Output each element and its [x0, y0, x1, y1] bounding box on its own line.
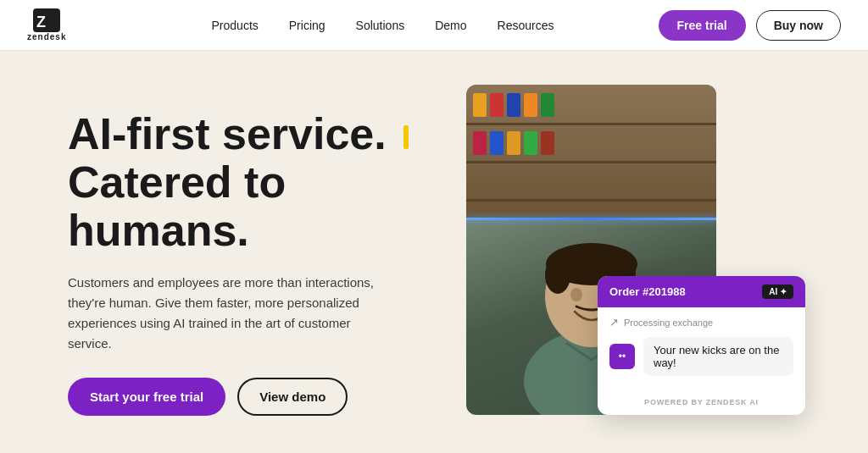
- chat-header: Order #201988 AI ✦: [598, 276, 805, 307]
- svg-point-7: [570, 288, 582, 301]
- hero-right: Order #201988 AI ✦ ↗ Processing exchange…: [441, 85, 805, 440]
- chat-body: ↗ Processing exchange •• Your new kicks …: [598, 307, 805, 393]
- headline-line1: AI-first service.: [68, 109, 387, 158]
- start-free-trial-button[interactable]: Start your free trial: [68, 378, 225, 416]
- logo-text: zendesk: [27, 32, 66, 41]
- svg-text:Z: Z: [36, 14, 46, 30]
- navbar: Z zendesk Products Pricing Solutions Dem…: [0, 0, 868, 51]
- view-demo-button[interactable]: View demo: [237, 378, 348, 416]
- nav-products[interactable]: Products: [212, 19, 259, 32]
- headline-line3: humans.: [68, 206, 249, 255]
- shelf-line-1: [466, 123, 716, 125]
- headline-line2: Catered to: [68, 157, 286, 207]
- hero-headline: AI-first service. Catered to humans.: [68, 110, 409, 256]
- processing-text: Processing exchange: [624, 318, 713, 328]
- chat-footer: POWERED BY ZENDESK AI: [598, 393, 805, 415]
- nav-pricing[interactable]: Pricing: [289, 19, 326, 32]
- avatar-dots: ••: [619, 351, 626, 362]
- zendesk-logo-icon: Z: [33, 8, 60, 32]
- shelf-line-2: [466, 161, 716, 163]
- nav-resources[interactable]: Resources: [498, 19, 554, 32]
- logo[interactable]: Z zendesk: [27, 8, 66, 41]
- shelf-items-row1: [473, 93, 554, 117]
- chat-message-row: •• Your new kicks are on the way!: [609, 337, 793, 376]
- buy-now-button[interactable]: Buy now: [756, 10, 841, 41]
- accent-bar: [403, 125, 409, 149]
- chat-processing: ↗ Processing exchange: [609, 316, 793, 329]
- nav-actions: Free trial Buy now: [659, 10, 841, 41]
- nav-solutions[interactable]: Solutions: [356, 19, 405, 32]
- hero-left: AI-first service. Catered to humans. Cus…: [68, 93, 441, 416]
- chat-widget: Order #201988 AI ✦ ↗ Processing exchange…: [598, 276, 805, 415]
- nav-links: Products Pricing Solutions Demo Resource…: [107, 19, 658, 32]
- chat-ai-badge: AI ✦: [762, 285, 793, 299]
- hero-subtext: Customers and employees are more than in…: [68, 273, 390, 354]
- nav-demo[interactable]: Demo: [435, 19, 466, 32]
- main-content: AI-first service. Catered to humans. Cus…: [0, 51, 868, 453]
- svg-point-5: [545, 257, 570, 294]
- chat-order-label: Order #201988: [609, 285, 686, 298]
- hero-buttons: Start your free trial View demo: [68, 378, 441, 416]
- chat-avatar: ••: [609, 344, 635, 369]
- chat-bubble: Your new kicks are on the way!: [643, 337, 793, 376]
- free-trial-button[interactable]: Free trial: [659, 10, 746, 41]
- shelf-items-row2: [473, 131, 554, 155]
- processing-icon: ↗: [609, 316, 619, 329]
